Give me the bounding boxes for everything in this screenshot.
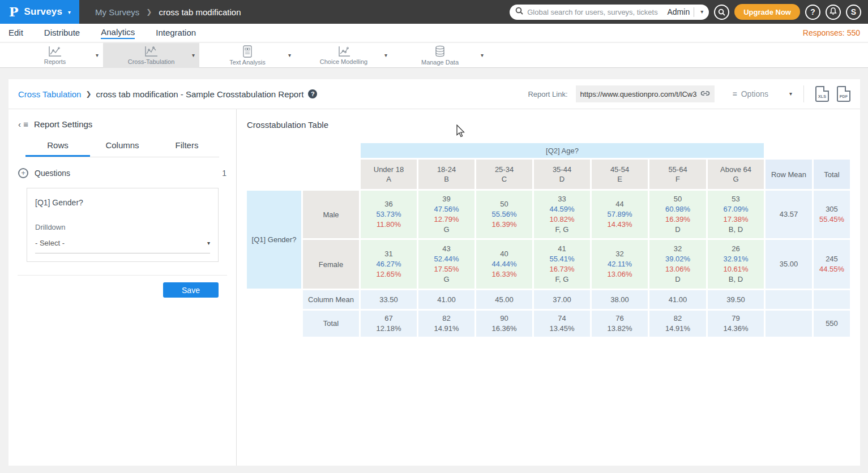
tab-manage-data[interactable]: Manage Data ▾ <box>392 43 488 68</box>
search-scope-chevron-icon[interactable]: ▾ <box>700 9 703 15</box>
tab-rows[interactable]: Rows <box>25 140 90 157</box>
report-title: cross tab modification - Sample Crosstab… <box>96 89 304 99</box>
nav-edit[interactable]: Edit <box>8 28 23 38</box>
row-group-header: [Q1] Gender? <box>247 191 301 289</box>
total-header: Total <box>814 160 850 189</box>
column-mean-cell: 39.50 <box>708 290 764 309</box>
tab-choice-modelling[interactable]: Choice Modelling ▾ <box>296 43 392 68</box>
chevron-down-icon[interactable]: ▾ <box>384 53 387 58</box>
crosstab-cell: 5055.56%16.39% <box>476 191 532 238</box>
crosstab-cell: 3947.56%12.79%G <box>418 191 474 238</box>
survey-nav: Edit Distribute Analytics Integration Re… <box>0 24 868 42</box>
row-mean-header: Row Mean <box>766 160 812 189</box>
report-header: Cross Tabulation ❯ cross tab modificatio… <box>8 79 860 109</box>
questions-count: 1 <box>222 169 226 178</box>
crosstab-table: [Q2] Age?Under 18A18-24B25-34C35-44D45-5… <box>245 141 852 338</box>
column-header: 55-64F <box>649 160 706 189</box>
tab-columns[interactable]: Columns <box>90 140 155 157</box>
drilldown-select[interactable]: - Select - ▾ <box>35 239 210 253</box>
question-card: [Q1] Gender? Drilldown - Select - ▾ <box>27 188 219 262</box>
export-pdf-button[interactable]: PDF <box>837 86 850 102</box>
avatar-initial: S <box>851 7 856 16</box>
tab-text-analysis[interactable]: Text Analysis ▾ <box>199 43 296 68</box>
export-xls-button[interactable]: XLS <box>815 86 829 102</box>
divider <box>694 7 694 17</box>
avatar[interactable]: S <box>846 5 861 20</box>
upgrade-now-button[interactable]: Upgrade Now <box>734 4 800 20</box>
column-mean-cell: 33.50 <box>361 290 417 309</box>
bell-icon <box>829 7 837 17</box>
column-total-cell: 7914.36% <box>708 311 764 337</box>
column-total-cell: 6712.18% <box>361 311 417 337</box>
chevron-down-icon[interactable]: ▾ <box>192 53 195 58</box>
blank-blue-cell <box>814 290 850 309</box>
tab-reports[interactable]: Reports ▾ <box>7 43 103 68</box>
chevron-down-icon[interactable]: ▾ <box>288 53 291 58</box>
tab-filters[interactable]: Filters <box>155 140 219 157</box>
nav-distribute[interactable]: Distribute <box>44 28 80 38</box>
chevron-down-icon: ▾ <box>68 10 71 15</box>
column-header: Under 18A <box>361 160 417 189</box>
column-mean-cell: 41.00 <box>649 290 706 309</box>
chevron-down-icon: ▾ <box>789 91 792 97</box>
column-header: 25-34C <box>476 160 532 189</box>
blank-blue-cell <box>766 290 812 309</box>
search-button[interactable] <box>714 5 729 20</box>
chevron-down-icon[interactable]: ▾ <box>96 53 99 58</box>
chevron-down-icon[interactable]: ▾ <box>481 53 484 58</box>
top-header: P Surveys ▾ My Surveys ❯ cross tab modif… <box>0 0 868 24</box>
corner-blank <box>247 160 359 189</box>
tab-cross-tabulation[interactable]: Cross-Tabulation ▾ <box>103 43 199 68</box>
crosstab-cell: 3653.73%11.80% <box>361 191 417 238</box>
crosstab-cell: 5060.98%16.39%D <box>649 191 706 238</box>
settings-tabs: Rows Columns Filters <box>25 140 219 157</box>
total-row-label: Total <box>303 311 359 337</box>
column-mean-label: Column Mean <box>303 290 359 309</box>
search-scope-label: Admin <box>667 7 690 16</box>
column-mean-cell: 41.00 <box>418 290 474 309</box>
list-icon: ≡ <box>733 89 737 98</box>
drilldown-label: Drilldown <box>35 223 210 231</box>
global-search[interactable]: Admin ▾ <box>510 5 709 20</box>
divider <box>803 85 804 102</box>
blank-cell <box>766 143 812 158</box>
search-icon <box>515 7 523 17</box>
column-total-cell: 7613.82% <box>592 311 648 337</box>
row-label: Male <box>303 191 359 238</box>
search-input[interactable] <box>527 8 663 16</box>
blank-cell <box>247 290 301 309</box>
help-icon[interactable]: ? <box>308 89 317 98</box>
help-button[interactable]: ? <box>805 5 820 20</box>
report-link-field[interactable] <box>576 85 715 102</box>
text-analysis-doc-icon <box>242 45 253 58</box>
breadcrumb-separator: ❯ <box>146 8 152 16</box>
choice-modelling-chart-icon <box>337 46 350 57</box>
notifications-button[interactable] <box>826 5 841 20</box>
column-header: Above 64G <box>708 160 764 189</box>
questions-label: Questions <box>35 169 70 178</box>
nav-analytics[interactable]: Analytics <box>101 27 135 39</box>
link-icon[interactable] <box>700 89 710 99</box>
grand-total-cell: 550 <box>814 311 850 337</box>
crosstab-cell: 3239.02%13.06%D <box>649 240 706 289</box>
column-group-header: [Q2] Age? <box>361 143 764 158</box>
breadcrumb-separator: ❯ <box>85 90 91 98</box>
options-dropdown[interactable]: ≡ Options ▾ <box>733 89 792 98</box>
crosstab-cell: 4457.89%14.43% <box>592 191 648 238</box>
chevron-down-icon: ▾ <box>207 240 210 246</box>
save-button[interactable]: Save <box>163 282 219 298</box>
add-question-icon[interactable]: + <box>18 168 28 178</box>
report-url-input[interactable] <box>580 90 697 98</box>
question-mark-icon: ? <box>810 7 815 16</box>
questions-section-header[interactable]: + Questions 1 <box>8 157 236 186</box>
breadcrumb-survey-name: cross tab modification <box>159 7 241 17</box>
product-switcher[interactable]: P Surveys ▾ <box>0 0 79 24</box>
nav-integration[interactable]: Integration <box>156 28 196 38</box>
collapse-panel-icon[interactable]: ‹ ≡ <box>18 119 28 129</box>
crosstab-cell: 2632.91%10.61%B, D <box>708 240 764 289</box>
column-header: 45-54E <box>592 160 648 189</box>
cross-tabulation-link[interactable]: Cross Tabulation <box>18 89 81 99</box>
crosstab-table-body: [Q2] Age?Under 18A18-24B25-34C35-44D45-5… <box>247 143 850 337</box>
breadcrumb-my-surveys[interactable]: My Surveys <box>95 7 139 17</box>
breadcrumb: My Surveys ❯ cross tab modification <box>95 7 241 17</box>
